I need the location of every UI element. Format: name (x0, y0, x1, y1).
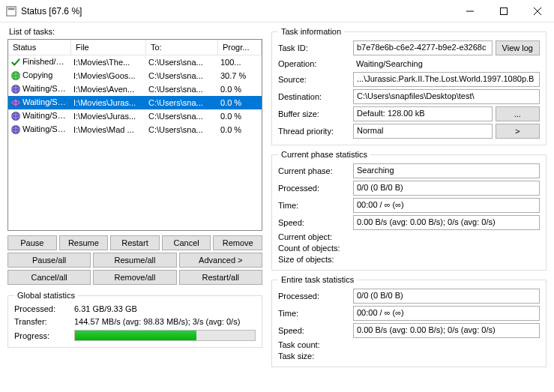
current-object-label: Current object: (278, 232, 353, 241)
task-to: C:\Users\sna... (146, 84, 218, 94)
size-objects-value (353, 258, 540, 261)
phase-current-value: Searching (353, 163, 540, 178)
remove-button[interactable]: Remove (213, 235, 262, 250)
entire-stats-group: Entire task statistics Processed: 0/0 (0… (271, 275, 547, 367)
task-count-value (353, 343, 540, 346)
col-header-to[interactable]: To: (146, 40, 218, 55)
destination-label: Destination: (278, 92, 350, 101)
priority-value[interactable]: Normal (353, 124, 493, 139)
close-button[interactable] (520, 0, 554, 22)
global-stats-legend: Global statistics (14, 291, 78, 300)
task-list-header[interactable]: Status File To: Progr... (8, 40, 262, 55)
task-id-value[interactable]: b7e78e6b-c6e2-4277-b9e2-e3268c (353, 40, 493, 55)
restart-all-button[interactable]: Restart/all (179, 270, 262, 285)
tasks-label: List of tasks: (9, 27, 262, 36)
task-file: I:\Movies\Mad ... (71, 124, 146, 135)
resume-button[interactable]: Resume (59, 235, 109, 250)
global-progress-bar (74, 330, 256, 341)
global-progress-label: Progress: (14, 331, 74, 340)
pause-button[interactable]: Pause (7, 235, 57, 250)
task-row[interactable]: Waiting/Se...I:\Movies\Mad ...C:\Users\s… (8, 123, 262, 136)
entire-time-label: Time: (278, 309, 353, 318)
phase-time-label: Time: (278, 201, 353, 210)
task-to: C:\Users\sna... (146, 70, 218, 81)
task-file: I:\Movies\Aven... (71, 84, 146, 94)
task-status: Waiting/Se... (8, 124, 71, 136)
task-count-label: Task count: (278, 340, 353, 349)
col-header-status[interactable]: Status (8, 40, 71, 55)
buffer-more-button[interactable]: ... (496, 106, 540, 121)
app-icon (6, 6, 16, 16)
global-processed-label: Processed: (14, 304, 74, 313)
task-row[interactable]: Finished/C...I:\Movies\The...C:\Users\sn… (8, 55, 262, 69)
task-to: C:\Users\sna... (146, 57, 218, 67)
cancel-all-button[interactable]: Cancel/all (7, 270, 91, 285)
task-status: Waiting/Se... (8, 97, 71, 109)
priority-more-button[interactable]: > (496, 124, 540, 139)
remove-all-button[interactable]: Remove/all (93, 270, 176, 285)
window-title: Status [67.6 %] (21, 6, 82, 16)
task-status: Waiting/Se... (8, 110, 71, 122)
priority-label: Thread priority: (278, 127, 350, 136)
entire-stats-legend: Entire task statistics (278, 275, 357, 284)
col-header-file[interactable]: File (71, 40, 146, 55)
pause-all-button[interactable]: Pause/all (7, 253, 91, 268)
col-header-progress[interactable]: Progr... (218, 40, 262, 55)
global-processed-value: 6.31 GB/9.33 GB (74, 304, 256, 313)
task-info-legend: Task information (278, 27, 344, 36)
current-object-value (353, 235, 540, 238)
task-list[interactable]: Status File To: Progr... Finished/C...I:… (7, 39, 262, 231)
entire-processed-value: 0/0 (0 B/0 B) (353, 289, 540, 304)
operation-value: Waiting/Searching (353, 58, 540, 70)
minimize-button[interactable] (453, 0, 487, 22)
phase-speed-label: Speed: (278, 218, 353, 227)
task-to: C:\Users\sna... (146, 97, 218, 108)
task-row[interactable]: Waiting/Se...I:\Movies\Juras...C:\Users\… (8, 96, 262, 109)
resume-all-button[interactable]: Resume/all (93, 253, 176, 268)
maximize-button[interactable] (487, 0, 520, 22)
buffer-value[interactable]: Default: 128.00 kB (353, 106, 493, 121)
entire-speed-value: 0.00 B/s (avg: 0.00 B/s); 0/s (avg: 0/s) (353, 323, 540, 338)
phase-processed-value: 0/0 (0 B/0 B) (353, 181, 540, 196)
task-progress: 0.0 % (218, 111, 262, 121)
phase-time-value: 00:00 / ∞ (∞) (353, 198, 540, 213)
task-progress: 0.0 % (218, 84, 262, 94)
source-value[interactable]: ...\Jurassic.Park.II.The.Lost.World.1997… (353, 72, 540, 87)
operation-label: Operation: (278, 59, 350, 68)
task-row[interactable]: Waiting/Se...I:\Movies\Aven...C:\Users\s… (8, 82, 262, 96)
entire-speed-label: Speed: (278, 326, 353, 335)
task-progress: 30.7 % (218, 70, 262, 81)
task-info-group: Task information Task ID: b7e78e6b-c6e2-… (271, 27, 547, 145)
task-to: C:\Users\sna... (146, 111, 218, 121)
task-progress: 0.0 % (218, 124, 262, 135)
task-to: C:\Users\sna... (146, 124, 218, 135)
task-size-value (353, 355, 540, 358)
task-progress: 0.0 % (218, 97, 262, 108)
cancel-button[interactable]: Cancel (162, 235, 211, 250)
task-file: I:\Movies\Juras... (71, 111, 146, 121)
phase-current-label: Current phase: (278, 166, 353, 175)
count-objects-value (353, 247, 540, 250)
task-row[interactable]: Waiting/Se...I:\Movies\Juras...C:\Users\… (8, 109, 262, 123)
phase-stats-group: Current phase statistics Current phase: … (271, 150, 547, 271)
size-objects-label: Size of objects: (278, 255, 353, 264)
phase-speed-value: 0.00 B/s (avg: 0.00 B/s); 0/s (avg: 0/s) (353, 215, 540, 230)
global-stats-group: Global statistics Processed: 6.31 GB/9.3… (7, 291, 262, 348)
task-row[interactable]: CopyingI:\Movies\Goos...C:\Users\sna...3… (8, 69, 262, 82)
phase-processed-label: Processed: (278, 184, 353, 193)
restart-button[interactable]: Restart (110, 235, 160, 250)
entire-time-value: 00:00 / ∞ (∞) (353, 306, 540, 321)
view-log-button[interactable]: View log (496, 40, 540, 55)
task-status: Waiting/Se... (8, 83, 71, 95)
svg-rect-3 (500, 7, 507, 14)
svg-rect-1 (8, 7, 15, 10)
task-progress: 100... (218, 57, 262, 67)
count-objects-label: Count of objects: (278, 244, 353, 253)
advanced-button[interactable]: Advanced > (179, 253, 262, 268)
destination-value[interactable]: C:\Users\snapfiles\Desktop\test\ (353, 89, 540, 104)
task-file: I:\Movies\Goos... (71, 70, 146, 81)
task-size-label: Task size: (278, 352, 353, 361)
entire-processed-label: Processed: (278, 292, 353, 301)
task-status: Finished/C... (8, 56, 71, 68)
source-label: Source: (278, 75, 350, 84)
